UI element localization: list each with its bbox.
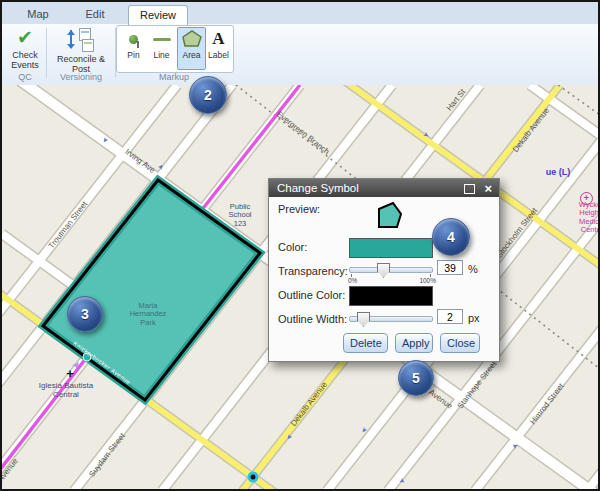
outline-width-label: Outline Width: xyxy=(278,313,347,325)
hospital-icon: + xyxy=(580,192,593,205)
label-button[interactable]: A Label xyxy=(205,28,232,69)
ribbon-tab-bar: Map Edit Review xyxy=(2,2,598,24)
check-events-label: Check Events xyxy=(6,50,44,71)
transparency-slider[interactable]: 0% 100% xyxy=(349,267,433,273)
label-icon: A xyxy=(205,28,232,50)
line-label: Line xyxy=(148,50,175,60)
pin-button[interactable]: Pin xyxy=(120,28,147,69)
pin-label: Pin xyxy=(120,50,147,60)
callout-badge-2: 2 xyxy=(189,76,227,114)
app-window: Map Edit Review ✔ Check Events QC Reconc… xyxy=(0,0,600,491)
group-label-versioning: Versioning xyxy=(49,72,113,82)
poi-label-public-school: Public School 123 xyxy=(222,203,258,228)
markup-group-panel: Pin Line Area A Label xyxy=(116,25,234,73)
outline-color-label: Outline Color: xyxy=(278,289,345,301)
subway-station-label: ue (L) xyxy=(546,167,571,177)
area-label: Area xyxy=(178,50,205,60)
pin-icon xyxy=(120,28,147,50)
outline-width-slider-thumb[interactable] xyxy=(357,312,370,327)
callout-badge-5: 5 xyxy=(398,360,434,396)
poi-label-iglesia: Iglesia Bautista Central xyxy=(34,382,98,400)
area-icon xyxy=(178,28,205,50)
apply-button[interactable]: Apply xyxy=(395,333,433,353)
outline-color-swatch[interactable] xyxy=(349,286,433,306)
label-label: Label xyxy=(205,50,232,60)
callout-badge-4: 4 xyxy=(432,218,470,256)
outline-width-slider[interactable] xyxy=(349,316,433,322)
poi-label-wyckoff-hospital: Wyckoff Heights Medical Center xyxy=(569,201,598,235)
ribbon-body: ✔ Check Events QC Reconcile & Post Versi… xyxy=(2,24,598,86)
area-button[interactable]: Area xyxy=(177,27,206,70)
tab-edit[interactable]: Edit xyxy=(72,5,118,24)
close-button[interactable]: Close xyxy=(440,333,480,353)
transparency-value-input[interactable] xyxy=(437,260,463,275)
tab-map[interactable]: Map xyxy=(14,5,62,24)
transparency-label: Transparency: xyxy=(278,265,348,277)
color-swatch[interactable] xyxy=(349,238,433,258)
maximize-icon[interactable] xyxy=(464,184,475,194)
color-label: Color: xyxy=(278,241,307,253)
group-label-qc: QC xyxy=(6,72,44,82)
line-icon xyxy=(148,28,175,50)
transparency-slider-thumb[interactable] xyxy=(377,263,390,278)
slider-min-label: 0% xyxy=(348,277,357,284)
subway-station-icon xyxy=(248,472,259,483)
tab-review[interactable]: Review xyxy=(128,5,188,25)
delete-button[interactable]: Delete xyxy=(343,333,388,353)
dialog-title-bar[interactable]: Change Symbol × xyxy=(269,179,499,197)
transparency-unit: % xyxy=(468,263,478,275)
outline-width-value-input[interactable] xyxy=(437,309,463,324)
dialog-title: Change Symbol xyxy=(277,182,359,194)
slider-max-label: 100% xyxy=(419,277,436,284)
group-separator xyxy=(46,28,47,78)
callout-badge-3: 3 xyxy=(67,296,103,332)
symbol-preview xyxy=(377,201,403,229)
check-icon: ✔ xyxy=(6,28,44,48)
outline-width-unit: px xyxy=(468,312,480,324)
line-button[interactable]: Line xyxy=(148,28,175,69)
park-label: Maria Hernandez Park xyxy=(126,302,170,327)
reconcile-icon xyxy=(66,28,96,52)
change-symbol-dialog: Change Symbol × Preview: Color: Transpar… xyxy=(268,178,500,362)
preview-label: Preview: xyxy=(278,203,320,215)
close-icon[interactable]: × xyxy=(484,180,492,198)
